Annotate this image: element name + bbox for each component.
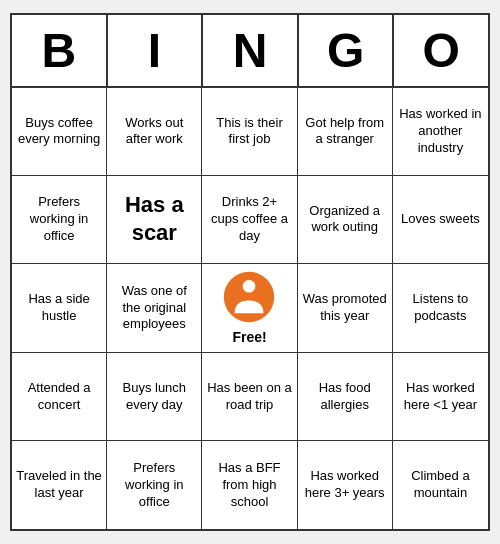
free-person-icon [222, 270, 276, 324]
bingo-cell-1[interactable]: Works out after work [107, 88, 202, 176]
bingo-cell-13[interactable]: Was promoted this year [298, 264, 393, 353]
free-text: Free! [232, 328, 266, 346]
header-letter-n: N [203, 15, 299, 86]
svg-point-1 [243, 280, 256, 293]
header-letter-b: B [12, 15, 108, 86]
bingo-cell-14[interactable]: Listens to podcasts [393, 264, 488, 353]
svg-point-0 [224, 272, 274, 322]
bingo-cell-19[interactable]: Has worked here <1 year [393, 353, 488, 441]
bingo-cell-23[interactable]: Has worked here 3+ years [298, 441, 393, 529]
bingo-cell-20[interactable]: Traveled in the last year [12, 441, 107, 529]
cell-text: Has a scar [111, 191, 197, 248]
header-letter-o: O [394, 15, 488, 86]
bingo-cell-3[interactable]: Got help from a stranger [298, 88, 393, 176]
cell-text: Has worked in another industry [397, 106, 484, 157]
cell-text: Climbed a mountain [397, 468, 484, 502]
bingo-cell-10[interactable]: Has a side hustle [12, 264, 107, 353]
cell-text: Listens to podcasts [397, 291, 484, 325]
cell-text: Prefers working in office [16, 194, 102, 245]
bingo-cell-0[interactable]: Buys coffee every morning [12, 88, 107, 176]
bingo-cell-24[interactable]: Climbed a mountain [393, 441, 488, 529]
bingo-cell-22[interactable]: Has a BFF from high school [202, 441, 297, 529]
cell-text: Drinks 2+ cups coffee a day [206, 194, 292, 245]
bingo-header: BINGO [12, 15, 488, 88]
bingo-cell-15[interactable]: Attended a concert [12, 353, 107, 441]
cell-text: Traveled in the last year [16, 468, 102, 502]
cell-text: Got help from a stranger [302, 115, 388, 149]
bingo-cell-11[interactable]: Was one of the original employees [107, 264, 202, 353]
header-letter-g: G [299, 15, 395, 86]
bingo-cell-6[interactable]: Has a scar [107, 176, 202, 264]
cell-text: Organized a work outing [302, 203, 388, 237]
bingo-cell-9[interactable]: Loves sweets [393, 176, 488, 264]
cell-text: Has worked here 3+ years [302, 468, 388, 502]
cell-text: Has been on a road trip [206, 380, 292, 414]
bingo-cell-16[interactable]: Buys lunch every day [107, 353, 202, 441]
cell-text: Attended a concert [16, 380, 102, 414]
cell-text: Buys lunch every day [111, 380, 197, 414]
cell-text: Buys coffee every morning [16, 115, 102, 149]
cell-text: Has a side hustle [16, 291, 102, 325]
cell-text: Has worked here <1 year [397, 380, 484, 414]
bingo-cell-17[interactable]: Has been on a road trip [202, 353, 297, 441]
bingo-cell-5[interactable]: Prefers working in office [12, 176, 107, 264]
cell-text: Has food allergies [302, 380, 388, 414]
bingo-grid: Buys coffee every morningWorks out after… [12, 88, 488, 529]
bingo-cell-18[interactable]: Has food allergies [298, 353, 393, 441]
cell-text: Loves sweets [401, 211, 480, 228]
bingo-cell-4[interactable]: Has worked in another industry [393, 88, 488, 176]
header-letter-i: I [108, 15, 204, 86]
bingo-cell-7[interactable]: Drinks 2+ cups coffee a day [202, 176, 297, 264]
bingo-cell-2[interactable]: This is their first job [202, 88, 297, 176]
cell-text: Works out after work [111, 115, 197, 149]
cell-text: This is their first job [206, 115, 292, 149]
cell-text: Has a BFF from high school [206, 460, 292, 511]
bingo-cell-12[interactable]: Free! [202, 264, 297, 353]
cell-text: Prefers working in office [111, 460, 197, 511]
cell-text: Was one of the original employees [111, 283, 197, 334]
cell-text: Was promoted this year [302, 291, 388, 325]
bingo-card: BINGO Buys coffee every morningWorks out… [10, 13, 490, 531]
bingo-cell-21[interactable]: Prefers working in office [107, 441, 202, 529]
bingo-cell-8[interactable]: Organized a work outing [298, 176, 393, 264]
